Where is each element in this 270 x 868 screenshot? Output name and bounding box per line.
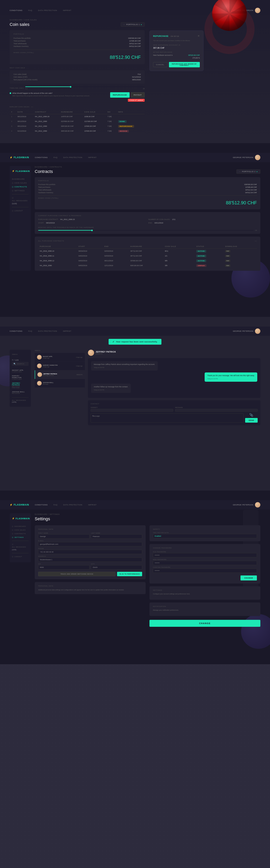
sidebar-contact-item[interactable]: JOSYAN BALL Message... <box>12 390 29 395</box>
inbox-item[interactable]: JEFFREY PATRICK Message preview... WEBSI… <box>35 370 85 379</box>
current-contract-label: CURRENT PURCHASE CONTRACT & PROGRESS <box>38 215 257 217</box>
p2-port-purchase-label: Purchase this portfolio <box>38 183 164 186</box>
timeline-left: 1.1 <box>25 88 27 90</box>
nav-faq-p3[interactable]: FAQ <box>28 330 32 332</box>
search-input-p3[interactable]: 🔍 Search <box>12 362 29 366</box>
modal-after-label: AFTER REPURCHASE <box>153 51 200 53</box>
repurchase-modal: REPURCHASE ON 307,06 ✕ The will convert … <box>149 30 203 71</box>
page-title-p1: Coin sales <box>10 22 30 27</box>
mined-coins-label-p1: MINED COINS (TOTAL) <box>13 52 141 54</box>
old-password-input[interactable] <box>153 553 257 557</box>
message-textarea[interactable] <box>91 413 244 423</box>
avatar-p2 <box>255 155 260 160</box>
sidebar-settings-p4[interactable]: ◻SETTINGS <box>12 535 29 539</box>
mined-val-p2: 88'512.90 CHF <box>38 199 257 207</box>
months-label: MONTHS UNTIL THE POSSIBLE BUYBACK OF THE… <box>38 226 257 228</box>
sidebar-settings-p2[interactable]: ◻SETTINGS <box>12 189 29 193</box>
avatar-p4 <box>255 502 260 507</box>
question-text: What should happen to the amount of the … <box>12 92 53 94</box>
nav-dp-p3[interactable]: DATA PROTECTION <box>38 330 57 332</box>
sidebar-coinsales-p4[interactable]: ◻COIN SALES <box>12 528 29 532</box>
inbox-item[interactable]: JOSYAN BALL Message... <box>35 379 85 388</box>
sidebar-messages-p4[interactable]: ◻ALL MESSAGES(123) <box>12 542 29 552</box>
nav-conditions-p2[interactable]: CONDITIONS <box>35 156 48 158</box>
nav-dp-p4[interactable]: DATA PROTECTION <box>63 504 82 506</box>
sidebar-logout-p4[interactable]: ◻LOGOUT <box>12 555 29 558</box>
inbox-item[interactable]: HARVEY HAMILTON 4 days ago 4 days ago <box>35 362 85 370</box>
sidebar-contracts-p4[interactable]: ◻CONTRACTS <box>12 532 29 535</box>
message-bubble: Thank you for your message. We will look… <box>91 372 257 382</box>
sidebar-contact-item[interactable]: JEFFREY PATRICK Message preview... <box>12 381 29 390</box>
table-row: 1 06/12/2019 HA_2012_2090.20 14'870.00 C… <box>10 114 145 119</box>
avatar-p3 <box>255 329 260 334</box>
inbox-item[interactable]: INVOST APR. 4 days ago 4 days ago <box>35 353 85 362</box>
portfolio-selector-p1[interactable]: — PORTFOLIO 1 ▸ <box>121 22 145 27</box>
nav-dp-p2[interactable]: DATA PROTECTION <box>63 156 82 158</box>
sidebar-logout-p2[interactable]: ◻LOGOUT <box>12 209 29 213</box>
col-coinsale: COIN SALE <box>83 110 106 114</box>
nav-imprint[interactable]: IMPRINT <box>63 9 71 11</box>
sidebar-dashboard-p4[interactable]: ◻DASHBOARD <box>12 525 29 528</box>
safety-label: SAFETY <box>153 528 257 530</box>
active-contact-name: JEFFREY PATRICK <box>96 351 116 353</box>
nav-data-protection[interactable]: DATA PROTECTION <box>38 9 57 11</box>
nav-imprint-p4[interactable]: IMPRINT <box>88 504 97 506</box>
sidebar-messages-p2[interactable]: ◻ALL MESSAGES(123) <box>12 196 29 206</box>
btn-change-password[interactable]: CHANGE <box>240 576 257 581</box>
new-password-input[interactable] <box>153 561 257 565</box>
table-row: 2 06/12/2019 HA_2012_2090 023'900.00 CHF… <box>10 119 145 124</box>
coin-status-label: Coin status (CHF) <box>13 75 107 79</box>
sidebar-dashboard-p2[interactable]: DASHBOARD <box>12 177 29 181</box>
portfolio-total-label: Total purchases <box>13 39 87 42</box>
btn-change-main[interactable]: CHANGE <box>149 620 260 627</box>
portfolio-label: PORTFOLIO <box>13 33 141 35</box>
next-payout-val: 08/01/2020 <box>107 79 141 81</box>
nav-imprint-p2[interactable]: IMPRINT <box>88 156 97 158</box>
nav-faq-p2[interactable]: FAQ <box>54 156 58 158</box>
sidebar-messages-p3-label: ALL MESSAGES (123) <box>12 399 29 403</box>
portfolio-selector-p2[interactable]: — PORTFOLIO 2 ▸ <box>236 169 260 174</box>
sidebar-contracts-p2[interactable]: ◻CONTRACTS <box>12 185 29 189</box>
topbar-section3: CONDITIONS FAQ DATA PROTECTION IMPRINT G… <box>0 327 270 336</box>
modal-close-icon[interactable]: ✕ <box>198 34 200 37</box>
btn-repurchase[interactable]: REPURCHASE <box>110 92 130 98</box>
email-val: george@flashmain.com <box>38 542 142 546</box>
modal-current-label: New hardware account is <box>153 44 200 46</box>
topbar-section2: ⚡ flashmain CONDITIONS FAQ DATA PROTECTI… <box>0 153 270 162</box>
btn-track-order[interactable]: TRACK AND ORDER SWITCHING DEVICE <box>38 572 115 576</box>
nav-conditions-p3[interactable]: CONDITIONS <box>10 330 23 332</box>
col-date: DATE <box>16 110 34 114</box>
active-contact-time: WEBSITE <box>96 353 116 355</box>
nav-faq[interactable]: FAQ <box>28 9 32 11</box>
modal-after-val2: 273,06 % <box>193 57 200 59</box>
message-bubble: Message from Jeffrey Patrick about somet… <box>91 361 257 371</box>
timeline-right: 29 <box>143 88 145 90</box>
sidebar-p2: ⚡ flashmain DASHBOARD ◻COIN SALES ◻CONTR… <box>10 166 31 271</box>
phone-val: +41 44 444 44 44 <box>38 550 142 554</box>
attachment-icon[interactable]: 📎 <box>249 413 253 417</box>
breadcrumb-p4: Dashboard / Settings <box>35 513 260 515</box>
table-row: 3 05/12/2019 HA_2012_2090 009'100.00 CHF… <box>10 124 145 129</box>
table-row: HA_2016_2090.11 04/02/2019 02/03/2019 39… <box>38 254 257 258</box>
table-row: HA_2016_2090 04/02/2019 12/11/2019 509'1… <box>38 263 257 268</box>
table-row: HA_2016_2090.10 06/04/2019 02/03/2019 39… <box>38 249 257 254</box>
sidebar-coinsales-p2[interactable]: ◻COIN SALES <box>12 181 29 185</box>
user-name-p4: GEORGE PETERSON <box>233 504 254 506</box>
sidebar-p4: ⚡flashmain ◻DASHBOARD ◻COIN SALES ◻CONTR… <box>10 513 31 562</box>
sidebar-contact-item[interactable]: INVOST APR. 4 days ago <box>12 368 29 374</box>
btn-repurchase-renew[interactable]: REPURCHASE AND RENEW MY CONTRACT <box>169 62 200 67</box>
portfolio-inventory-val: 04'012.04 CHF <box>87 45 141 48</box>
coin-status-val: 01/12/2019 <box>107 75 141 79</box>
btn-performance[interactable]: 53.33 TH PERFORMANCE <box>117 572 142 576</box>
nav-conditions[interactable]: CONDITIONS <box>10 9 23 11</box>
mined-label-p2: MINED COINS (TOTAL) <box>38 197 257 199</box>
sidebar-contact-item[interactable]: HARVEY HAMILTON 4 days ago <box>12 374 29 381</box>
nav-faq-p4[interactable]: FAQ <box>54 504 58 506</box>
btn-payout[interactable]: PAYOUT <box>131 92 145 98</box>
nav-imprint-p3[interactable]: IMPRINT <box>63 330 71 332</box>
btn-cancel-modal[interactable]: CANCEL <box>153 62 167 67</box>
confirm-password-input[interactable] <box>153 568 257 573</box>
btn-send[interactable]: SEND <box>245 418 258 423</box>
breadcrumb-p1: Dashboard / Coin Sales <box>10 19 145 21</box>
nav-conditions-p4[interactable]: CONDITIONS <box>35 504 48 506</box>
